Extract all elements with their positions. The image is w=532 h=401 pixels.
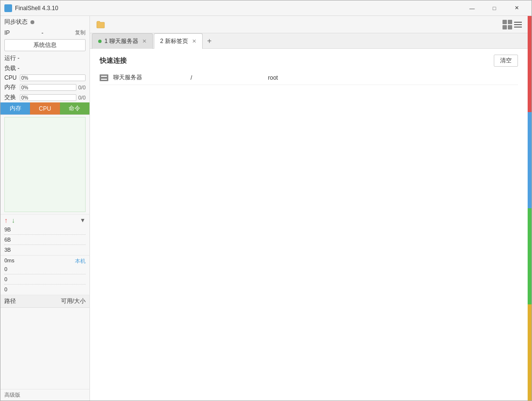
sync-indicator [30, 20, 34, 24]
quick-connect-title: 快速连接 [100, 57, 127, 65]
swap-bar: 0% [20, 94, 76, 101]
cpu-label: CPU [4, 74, 18, 81]
mem-bar: 0% [20, 84, 76, 91]
network-section: ↑ ↓ ▼ 9B 6B 3B [0, 214, 89, 255]
close-button[interactable]: ✕ [505, 0, 528, 16]
latency-section: 0ms 本机 0 0 0 [0, 255, 89, 295]
grid-view-icon[interactable] [502, 20, 512, 29]
network-header: ↑ ↓ ▼ [4, 216, 86, 224]
add-tab-button[interactable]: + [204, 35, 215, 47]
sidebar-tab-bar: 内存 CPU 命令 [0, 102, 89, 115]
mem-label: 内存 [4, 83, 18, 91]
clear-button[interactable]: 清空 [494, 55, 518, 67]
latency-remote-label: 本机 [75, 258, 86, 265]
network-val-high: 9B [4, 226, 86, 233]
sync-label: 同步状态 [4, 18, 28, 26]
content-area: 1 聊天服务器 ✕ 2 新标签页 ✕ + 快速连接 清空 聊 [90, 16, 528, 401]
folder-button[interactable] [94, 19, 107, 30]
copy-button[interactable]: 复制 [75, 29, 86, 36]
latency-label: 0ms [4, 258, 15, 265]
network-val-mid: 6B [4, 236, 86, 243]
ip-label: IP [4, 29, 10, 36]
network-divider-2 [4, 244, 86, 245]
disk-col-size: 可用/大小 [61, 297, 86, 305]
minimize-button[interactable]: — [461, 0, 483, 16]
tab-2-new[interactable]: 2 新标签页 ✕ [154, 33, 203, 49]
run-row: 运行 - [0, 53, 89, 63]
folder-icon [96, 21, 105, 29]
server-icon [100, 74, 108, 81]
advanced-version-label: 高级版 [0, 389, 89, 401]
latency-divider-1 [4, 274, 86, 274]
tab-cmd[interactable]: 命令 [60, 102, 89, 115]
swap-label: 交换 [4, 93, 18, 101]
mem-numbers: 0/0 [78, 85, 86, 90]
latency-v3: 0 [4, 286, 86, 293]
latency-v2: 0 [4, 276, 86, 283]
load-label: 负载 - [4, 65, 19, 72]
quick-connect-area: 快速连接 清空 聊天服务器 / root [90, 49, 528, 401]
app-title: FinalShell 4.3.10 [15, 5, 461, 12]
app-window: FinalShell 4.3.10 — □ ✕ 同步状态 IP - 复制 系统信… [0, 0, 532, 401]
mem-row: 内存 0% 0/0 [0, 82, 89, 92]
tab-1-close-icon[interactable]: ✕ [142, 38, 147, 44]
latency-divider-2 [4, 284, 86, 285]
cpu-row: CPU 0% [0, 73, 89, 82]
server-user: root [268, 74, 278, 81]
cpu-value: 0% [21, 75, 28, 81]
sys-info-button[interactable]: 系统信息 [4, 39, 86, 51]
network-divider-1 [4, 234, 86, 235]
swap-row: 交换 0% 0/0 [0, 92, 89, 102]
server-path: / [191, 74, 263, 81]
menu-icon[interactable] [514, 20, 524, 29]
swap-numbers: 0/0 [78, 95, 86, 100]
main-layout: 同步状态 IP - 复制 系统信息 运行 - 负载 - CPU [0, 16, 532, 401]
tabs-bar: 1 聊天服务器 ✕ 2 新标签页 ✕ + [90, 33, 528, 49]
sync-status-row: 同步状态 [0, 16, 89, 28]
main-toolbar [90, 16, 528, 33]
ip-row: IP - 复制 [0, 28, 89, 37]
maximize-button[interactable]: □ [483, 0, 505, 16]
load-row: 负载 - [0, 63, 89, 73]
network-grid: 9B 6B 3B [4, 226, 86, 253]
network-val-low: 3B [4, 246, 86, 253]
tab-1-label: 1 聊天服务器 [104, 37, 138, 45]
latency-header: 0ms 本机 [4, 258, 86, 265]
toolbar-right [502, 20, 524, 29]
tab-1-chat-server[interactable]: 1 聊天服务器 ✕ [92, 33, 153, 49]
window-controls: — □ ✕ [461, 0, 528, 16]
quick-connect-header: 快速连接 清空 [90, 49, 528, 71]
disk-section: 路径 可用/大小 [0, 295, 89, 389]
quick-connect-list: 聊天服务器 / root [90, 71, 528, 85]
cpu-bar: 0% [20, 74, 86, 81]
ip-value: - [42, 29, 44, 36]
titlebar: FinalShell 4.3.10 — □ ✕ [0, 0, 532, 16]
chart-area [4, 117, 86, 212]
right-edge-bar [528, 16, 532, 401]
mem-value: 0% [21, 85, 28, 91]
tab-2-close-icon[interactable]: ✕ [192, 38, 196, 44]
latency-v1: 0 [4, 266, 86, 272]
network-dropdown-icon[interactable]: ▼ [80, 217, 86, 224]
tab-cpu[interactable]: CPU [30, 102, 59, 115]
run-label: 运行 - [4, 55, 19, 61]
tab-active-dot [98, 40, 102, 43]
disk-col-path: 路径 [4, 297, 61, 305]
tab-2-label: 2 新标签页 [160, 37, 188, 45]
list-item[interactable]: 聊天服务器 / root [100, 71, 518, 85]
upload-arrow-icon: ↑ [4, 216, 8, 224]
tab-memory[interactable]: 内存 [0, 102, 30, 115]
download-arrow-icon: ↓ [12, 216, 15, 224]
swap-value: 0% [21, 95, 28, 101]
app-icon [4, 4, 12, 12]
sidebar: 同步状态 IP - 复制 系统信息 运行 - 负载 - CPU [0, 16, 90, 401]
disk-header: 路径 可用/大小 [0, 295, 89, 308]
server-name: 聊天服务器 [113, 73, 186, 82]
